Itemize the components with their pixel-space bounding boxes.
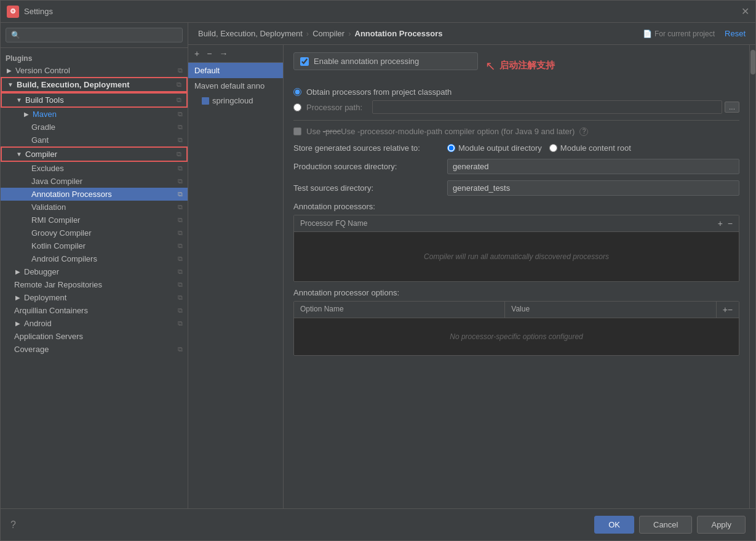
radio-obtain-input[interactable] — [293, 88, 301, 96]
copy-icon[interactable]: ⧉ — [178, 281, 183, 289]
copy-icon[interactable]: ⧉ — [178, 268, 183, 276]
settings-area: Enable annotation processing ↖ 启动注解支持 Ob… — [284, 45, 749, 508]
sidebar-item-maven[interactable]: ▶ Maven ⧉ — [1, 108, 188, 121]
sidebar-item-android-compilers[interactable]: Android Compilers ⧉ — [1, 252, 188, 265]
enable-annotation-row: Enable annotation processing — [293, 52, 478, 70]
remove-profile-button[interactable]: − — [204, 47, 214, 60]
processor-table: Processor FQ Name + − Compiler will run … — [293, 215, 739, 282]
sidebar-item-gant[interactable]: Gant ⧉ — [1, 134, 188, 146]
remove-option-button[interactable]: − — [728, 305, 733, 315]
sidebar-item-compiler[interactable]: ▼ Compiler ⧉ — [1, 146, 188, 162]
test-sources-input[interactable] — [447, 180, 739, 196]
sidebar-item-remote-jar[interactable]: Remote Jar Repositories ⧉ — [1, 278, 188, 291]
sidebar-item-label: Build, Execution, Deployment — [17, 80, 129, 89]
annotation-hint: ↖ 启动注解支持 — [485, 58, 555, 73]
add-processor-button[interactable]: + — [718, 218, 723, 228]
sidebar-item-label: Kotlin Compiler — [31, 241, 86, 250]
copy-icon[interactable]: ⧉ — [177, 81, 181, 89]
copy-icon[interactable]: ⧉ — [178, 255, 183, 263]
expand-icon: ▶ — [14, 320, 22, 327]
copy-icon[interactable]: ⧉ — [178, 110, 183, 118]
processor-fq-col: Processor FQ Name — [300, 219, 367, 228]
profile-item-springcloud[interactable]: springcloud — [188, 94, 283, 108]
enable-annotation-label: Enable annotation processing — [314, 57, 419, 66]
copy-icon[interactable]: ⧉ — [178, 66, 183, 74]
copy-icon[interactable]: ⧉ — [178, 242, 183, 250]
browse-path-button[interactable]: ... — [725, 102, 739, 113]
sidebar-item-java-compiler[interactable]: Java Compiler ⧉ — [1, 175, 188, 188]
copy-icon[interactable]: ⧉ — [178, 203, 183, 211]
apply-button[interactable]: Apply — [697, 516, 746, 534]
sidebar-item-rmi-compiler[interactable]: RMI Compiler ⧉ — [1, 214, 188, 226]
sidebar-item-label: Validation — [31, 202, 66, 212]
profile-toolbar: + − → — [188, 45, 283, 63]
sidebar-item-application-servers[interactable]: Application Servers — [1, 330, 188, 343]
sidebar-item-gradle[interactable]: Gradle ⧉ — [1, 121, 188, 134]
production-sources-label: Production sources directory: — [293, 162, 447, 171]
sidebar-item-arquillian[interactable]: Arquillian Containers ⧉ — [1, 304, 188, 317]
radio-path-input[interactable] — [293, 103, 301, 111]
copy-icon[interactable]: ⧉ — [178, 294, 183, 302]
remove-processor-button[interactable]: − — [728, 218, 733, 228]
copy-icon[interactable]: ⧉ — [178, 136, 183, 144]
production-sources-input[interactable] — [447, 159, 739, 174]
sidebar-item-groovy-compiler[interactable]: Groovy Compiler ⧉ — [1, 226, 188, 239]
sidebar-item-kotlin-compiler[interactable]: Kotlin Compiler ⧉ — [1, 239, 188, 252]
copy-icon[interactable]: ⧉ — [178, 319, 183, 327]
window-title: Settings — [24, 7, 53, 16]
add-option-button[interactable]: + — [723, 305, 728, 315]
expand-icon: ▶ — [23, 111, 30, 118]
cancel-button[interactable]: Cancel — [639, 516, 692, 534]
module-output-radio[interactable] — [447, 144, 455, 152]
sidebar-item-build-tools[interactable]: ▼ Build Tools ⧉ — [1, 92, 188, 108]
sidebar-item-annotation-processors[interactable]: Annotation Processors ⧉ — [1, 188, 188, 201]
sidebar-item-build-execution[interactable]: ▼ Build, Execution, Deployment ⧉ — [1, 77, 188, 92]
plugins-header: Plugins — [1, 50, 188, 64]
enable-annotation-checkbox[interactable] — [300, 57, 309, 66]
ok-button[interactable]: OK — [594, 516, 634, 534]
module-content-radio[interactable] — [549, 144, 557, 152]
scrollbar-thumb[interactable] — [750, 50, 755, 74]
store-generated-label: Store generated sources relative to: — [293, 143, 447, 153]
sidebar-item-excludes[interactable]: Excludes ⧉ — [1, 162, 188, 175]
processor-path-input[interactable] — [372, 100, 722, 114]
close-button[interactable]: ✕ — [741, 6, 749, 17]
expand-icon: ▶ — [14, 294, 22, 302]
module-content-label: Module content root — [560, 143, 631, 153]
sidebar-item-validation[interactable]: Validation ⧉ — [1, 201, 188, 214]
sidebar-item-label: Arquillian Containers — [14, 306, 88, 315]
copy-icon[interactable]: ⧉ — [178, 216, 183, 224]
copy-icon[interactable]: ⧉ — [178, 345, 183, 353]
copy-icon[interactable]: ⧉ — [178, 190, 183, 198]
copy-icon[interactable]: ⧉ — [177, 96, 181, 104]
use-processor-checkbox[interactable] — [293, 127, 301, 135]
profile-item-default[interactable]: Default — [188, 63, 283, 78]
breadcrumb-sep-1: › — [306, 29, 309, 38]
store-generated-options: Module output directory Module content r… — [447, 143, 631, 153]
copy-icon[interactable]: ⧉ — [178, 307, 183, 315]
copy-icon[interactable]: ⧉ — [178, 177, 183, 185]
sidebar-item-version-control[interactable]: ▶ Version Control ⧉ — [1, 64, 188, 77]
sidebar-item-coverage[interactable]: Coverage ⧉ — [1, 343, 188, 356]
panel-header: Build, Execution, Deployment › Compiler … — [188, 23, 755, 45]
sidebar-item-label: Remote Jar Repositories — [14, 280, 102, 289]
search-bar: 🔍 — [1, 23, 188, 48]
profile-item-maven[interactable]: Maven default anno — [188, 78, 283, 94]
add-profile-button[interactable]: + — [192, 47, 202, 60]
copy-icon[interactable]: ⧉ — [178, 229, 183, 237]
sidebar-item-android[interactable]: ▶ Android ⧉ — [1, 317, 188, 330]
copy-icon[interactable]: ⧉ — [178, 164, 183, 172]
scrollbar-track[interactable] — [749, 45, 755, 508]
sidebar-item-debugger[interactable]: ▶ Debugger ⧉ — [1, 265, 188, 278]
help-icon[interactable]: ? — [579, 127, 588, 136]
option-name-col: Option Name — [294, 302, 505, 318]
reset-link[interactable]: Reset — [725, 29, 746, 38]
sidebar-item-deployment[interactable]: ▶ Deployment ⧉ — [1, 291, 188, 304]
search-input[interactable] — [23, 31, 177, 39]
help-button[interactable]: ? — [10, 519, 16, 531]
move-profile-button[interactable]: → — [217, 47, 230, 60]
options-table: Option Name Value + − — [293, 301, 739, 356]
copy-icon[interactable]: ⧉ — [177, 150, 181, 158]
copy-icon[interactable]: ⧉ — [178, 123, 183, 131]
breadcrumb-sep-2: › — [348, 29, 351, 38]
